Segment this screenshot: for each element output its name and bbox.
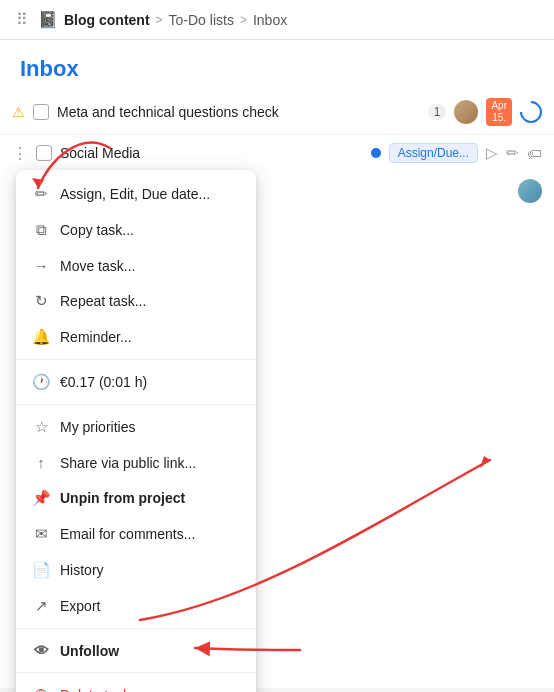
- menu-item-reminder[interactable]: 🔔Reminder...: [16, 319, 256, 355]
- menu-item-delete[interactable]: 🗑Delete task...: [16, 677, 256, 692]
- menu-item-priorities[interactable]: ☆My priorities: [16, 409, 256, 445]
- menu-item-copy[interactable]: ⧉Copy task...: [16, 212, 256, 248]
- history-icon: 📄: [32, 561, 50, 579]
- unpin-icon: 📌: [32, 489, 50, 507]
- avatar-1: [454, 100, 478, 124]
- cost-icon: 🕐: [32, 373, 50, 391]
- blue-dot-icon: [371, 148, 381, 158]
- unfollow-icon: 👁: [32, 642, 50, 659]
- email-icon: ✉: [32, 525, 50, 543]
- copy-icon: ⧉: [32, 221, 50, 239]
- menu-label-email: Email for comments...: [60, 526, 195, 542]
- notebook-icon: 📓: [38, 10, 58, 29]
- inbox-heading: Inbox: [0, 40, 554, 90]
- menu-label-copy: Copy task...: [60, 222, 134, 238]
- menu-label-priorities: My priorities: [60, 419, 135, 435]
- top-bar: ⠿ 📓 Blog content > To-Do lists > Inbox: [0, 0, 554, 40]
- assign-due-button[interactable]: Assign/Due...: [389, 143, 478, 163]
- menu-label-repeat: Repeat task...: [60, 293, 146, 309]
- share-icon: ↑: [32, 454, 50, 471]
- breadcrumb-sep-2: >: [240, 13, 247, 27]
- menu-label-export: Export: [60, 598, 100, 614]
- reminder-icon: 🔔: [32, 328, 50, 346]
- warning-icon: ⚠: [12, 104, 25, 120]
- avatar-3: [518, 179, 542, 203]
- task-name-2[interactable]: Social Media: [60, 145, 363, 161]
- drag-handle-icon: ⠿: [16, 10, 28, 29]
- menu-label-share: Share via public link...: [60, 455, 196, 471]
- progress-circle-1: [515, 96, 546, 127]
- three-dots-icon[interactable]: ⋮: [12, 144, 28, 163]
- priorities-icon: ☆: [32, 418, 50, 436]
- menu-item-export[interactable]: ↗Export: [16, 588, 256, 624]
- date-badge-month: Apr: [491, 100, 507, 112]
- menu-divider: [16, 628, 256, 629]
- menu-label-history: History: [60, 562, 104, 578]
- menu-item-assign[interactable]: ✏Assign, Edit, Due date...: [16, 176, 256, 212]
- repeat-icon: ↻: [32, 292, 50, 310]
- task-checkbox-1[interactable]: [33, 104, 49, 120]
- menu-item-history[interactable]: 📄History: [16, 552, 256, 588]
- menu-divider: [16, 359, 256, 360]
- menu-label-cost: €0.17 (0:01 h): [60, 374, 147, 390]
- menu-item-move[interactable]: →Move task...: [16, 248, 256, 283]
- breadcrumb-title[interactable]: Blog content: [64, 12, 150, 28]
- task-name-1[interactable]: Meta and technical questions check: [57, 104, 420, 120]
- date-badge-day: 15.: [491, 112, 507, 124]
- menu-item-unpin[interactable]: 📌Unpin from project: [16, 480, 256, 516]
- date-badge-1: Apr 15.: [486, 98, 512, 126]
- delete-icon: 🗑: [32, 686, 50, 692]
- menu-divider: [16, 404, 256, 405]
- breadcrumb-inbox[interactable]: Inbox: [253, 12, 287, 28]
- breadcrumb-todo[interactable]: To-Do lists: [169, 12, 234, 28]
- menu-label-delete: Delete task...: [60, 687, 142, 693]
- main-area: Inbox ⚠ Meta and technical questions che…: [0, 40, 554, 688]
- context-menu: ✏Assign, Edit, Due date...⧉Copy task...→…: [16, 170, 256, 692]
- task-row-social: ⋮ Social Media Assign/Due... ▷ ✏ 🏷: [0, 135, 554, 171]
- menu-item-share[interactable]: ↑Share via public link...: [16, 445, 256, 480]
- menu-item-repeat[interactable]: ↻Repeat task...: [16, 283, 256, 319]
- menu-label-reminder: Reminder...: [60, 329, 132, 345]
- menu-label-unpin: Unpin from project: [60, 490, 185, 506]
- tag-icon[interactable]: 🏷: [527, 145, 542, 162]
- menu-label-move: Move task...: [60, 258, 135, 274]
- menu-item-cost[interactable]: 🕐€0.17 (0:01 h): [16, 364, 256, 400]
- task-count-1: 1: [428, 104, 447, 120]
- export-icon: ↗: [32, 597, 50, 615]
- menu-item-unfollow[interactable]: 👁Unfollow: [16, 633, 256, 668]
- menu-item-email[interactable]: ✉Email for comments...: [16, 516, 256, 552]
- move-icon: →: [32, 257, 50, 274]
- menu-label-unfollow: Unfollow: [60, 643, 119, 659]
- svg-marker-1: [480, 456, 490, 468]
- play-icon[interactable]: ▷: [486, 144, 498, 162]
- task-checkbox-2[interactable]: [36, 145, 52, 161]
- breadcrumb-sep-1: >: [156, 13, 163, 27]
- assign-icon: ✏: [32, 185, 50, 203]
- task-row: ⚠ Meta and technical questions check 1 A…: [0, 90, 554, 135]
- menu-label-assign: Assign, Edit, Due date...: [60, 186, 210, 202]
- menu-divider: [16, 672, 256, 673]
- edit-icon[interactable]: ✏: [506, 144, 519, 162]
